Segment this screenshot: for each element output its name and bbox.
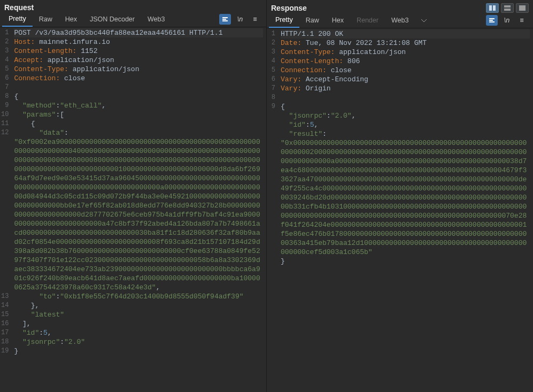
line-number: 1 bbox=[268, 29, 275, 39]
tab-hex[interactable]: Hex bbox=[326, 13, 350, 27]
layout-horizontal-icon[interactable] bbox=[486, 3, 499, 13]
line-number: 7 bbox=[268, 84, 275, 93]
svg-rect-8 bbox=[489, 18, 495, 19]
line-number: 6 bbox=[1, 74, 9, 83]
request-panel: Request PrettyRawHexJSON DecoderWeb3 \n … bbox=[0, 0, 267, 392]
response-editor[interactable]: 123456789 HTTP/1.1 200 OKDate: Tue, 08 N… bbox=[267, 28, 533, 392]
tab-pretty[interactable]: Pretty bbox=[2, 12, 33, 27]
line-number: 9 bbox=[1, 101, 9, 110]
tab-render[interactable]: Render bbox=[350, 13, 385, 27]
svg-rect-10 bbox=[489, 21, 495, 22]
code-line[interactable]: "id":5, bbox=[14, 328, 263, 337]
request-wrap-icon[interactable]: \n bbox=[234, 14, 246, 25]
line-number: 12 bbox=[1, 128, 9, 292]
layout-vertical-icon[interactable] bbox=[501, 3, 514, 13]
line-number: 6 bbox=[268, 75, 275, 84]
code-line[interactable]: Host: mainnet.infura.io bbox=[14, 37, 263, 47]
line-number: 4 bbox=[1, 56, 9, 65]
response-panel: Response PrettyRawHexRenderWeb3 \n ≡ 123… bbox=[267, 0, 533, 392]
response-tabs: PrettyRawHexRenderWeb3 \n ≡ bbox=[267, 13, 533, 28]
line-number: 11 bbox=[1, 119, 9, 128]
svg-rect-5 bbox=[504, 5, 511, 7]
code-line[interactable]: HTTP/1.1 200 OK bbox=[281, 29, 530, 39]
line-number: 8 bbox=[268, 93, 275, 102]
svg-rect-0 bbox=[222, 17, 228, 18]
line-number: 7 bbox=[1, 83, 9, 92]
request-menu-icon[interactable]: ≡ bbox=[249, 14, 261, 25]
code-line[interactable]: Date: Tue, 08 Nov 2022 13:21:08 GMT bbox=[281, 39, 530, 48]
code-line[interactable]: } bbox=[14, 347, 263, 356]
line-number: 19 bbox=[1, 347, 9, 356]
code-line[interactable]: POST /v3/9aa3d95b3bc440fa88ea12eaa445616… bbox=[14, 28, 263, 37]
code-line[interactable] bbox=[14, 83, 263, 92]
line-number: 5 bbox=[268, 66, 275, 75]
code-line[interactable]: Connection: close bbox=[14, 74, 263, 83]
svg-rect-4 bbox=[493, 5, 496, 11]
code-line[interactable]: "params":[ bbox=[14, 110, 263, 119]
code-line[interactable]: Vary: Origin bbox=[281, 84, 530, 93]
code-line[interactable]: { bbox=[14, 92, 263, 101]
code-line[interactable]: "method":"eth_call", bbox=[14, 101, 263, 110]
code-line[interactable]: Vary: Accept-Encoding bbox=[281, 75, 530, 84]
response-menu-icon[interactable]: ≡ bbox=[516, 15, 528, 26]
line-number: 14 bbox=[1, 301, 9, 310]
tab-json-decoder[interactable]: JSON Decoder bbox=[83, 12, 141, 26]
code-line[interactable]: "to":"0xb1f8e55c7f64d203c1400b9d8555d050… bbox=[14, 292, 263, 301]
code-line[interactable]: Content-Length: 806 bbox=[281, 57, 530, 66]
code-line[interactable]: Content-Length: 1152 bbox=[14, 47, 263, 56]
line-number: 18 bbox=[1, 337, 9, 347]
request-tabs: PrettyRawHexJSON DecoderWeb3 \n ≡ bbox=[0, 12, 266, 27]
response-wrap-icon[interactable]: \n bbox=[501, 15, 513, 26]
line-number: 10 bbox=[1, 110, 9, 119]
code-line[interactable]: }, bbox=[14, 301, 263, 310]
svg-rect-2 bbox=[222, 20, 228, 21]
svg-rect-6 bbox=[504, 9, 511, 11]
tab-raw[interactable]: Raw bbox=[299, 13, 326, 27]
response-format-icon[interactable] bbox=[486, 15, 498, 26]
svg-rect-9 bbox=[489, 20, 493, 21]
code-line[interactable]: { "jsonrpc":"2.0", "id":5, "result":"0x0… bbox=[281, 102, 530, 266]
line-number: 13 bbox=[1, 292, 9, 301]
code-line[interactable]: Connection: close bbox=[281, 66, 530, 75]
chevron-down-icon[interactable] bbox=[415, 13, 433, 27]
tab-hex[interactable]: Hex bbox=[59, 12, 83, 26]
svg-rect-7 bbox=[519, 5, 526, 11]
response-title: Response bbox=[271, 4, 307, 12]
request-title: Request bbox=[4, 3, 34, 12]
layout-single-icon[interactable] bbox=[516, 3, 529, 13]
tab-web3[interactable]: Web3 bbox=[141, 12, 171, 26]
code-line[interactable]: "latest" bbox=[14, 310, 263, 319]
layout-toggle bbox=[486, 3, 529, 13]
code-line[interactable]: { bbox=[14, 119, 263, 128]
tab-raw[interactable]: Raw bbox=[33, 12, 59, 26]
line-number: 1 bbox=[1, 28, 9, 37]
svg-rect-3 bbox=[489, 5, 492, 11]
line-number: 17 bbox=[1, 328, 9, 337]
line-number: 2 bbox=[1, 37, 9, 47]
line-number: 4 bbox=[268, 57, 275, 66]
line-number: 15 bbox=[1, 310, 9, 319]
line-number: 16 bbox=[1, 319, 9, 328]
request-editor[interactable]: 12345678910111213141516171819 POST /v3/9… bbox=[0, 27, 266, 392]
line-number: 9 bbox=[268, 102, 275, 266]
code-line[interactable]: Content-Type: application/json bbox=[281, 48, 530, 57]
code-line[interactable]: ], bbox=[14, 319, 263, 328]
code-line[interactable] bbox=[281, 93, 530, 102]
code-line[interactable]: Content-Type: application/json bbox=[14, 65, 263, 74]
line-number: 5 bbox=[1, 65, 9, 74]
tab-pretty[interactable]: Pretty bbox=[269, 13, 299, 28]
line-number: 3 bbox=[268, 48, 275, 57]
request-format-icon[interactable] bbox=[219, 14, 231, 25]
line-number: 3 bbox=[1, 47, 9, 56]
line-number: 2 bbox=[268, 39, 275, 48]
code-line[interactable]: "data":"0xf0002ea90000000000000000000000… bbox=[14, 128, 263, 292]
code-line[interactable]: "jsonrpc":"2.0" bbox=[14, 337, 263, 347]
tab-web3[interactable]: Web3 bbox=[385, 13, 415, 27]
line-number: 8 bbox=[1, 92, 9, 101]
code-line[interactable]: Accept: application/json bbox=[14, 56, 263, 65]
svg-rect-1 bbox=[222, 19, 226, 20]
